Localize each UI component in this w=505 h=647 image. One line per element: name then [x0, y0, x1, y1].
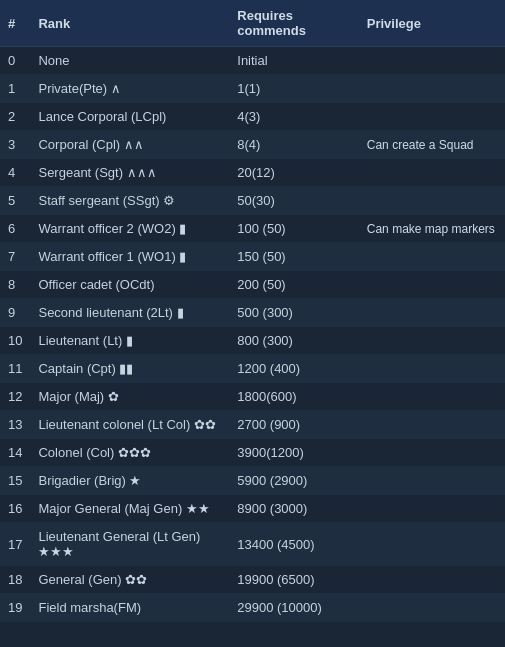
row-num: 18 — [0, 566, 30, 594]
table-row: 8Officer cadet (OCdt)200 (50) — [0, 271, 505, 299]
row-privilege — [359, 523, 505, 566]
row-privilege — [359, 594, 505, 622]
row-num: 12 — [0, 383, 30, 411]
row-rank: Staff sergeant (SSgt) ⚙ — [30, 187, 229, 215]
row-privilege — [359, 439, 505, 467]
row-privilege — [359, 271, 505, 299]
row-num: 11 — [0, 355, 30, 383]
table-row: 6Warrant officer 2 (WO2) ▮100 (50)Can ma… — [0, 215, 505, 243]
row-num: 4 — [0, 159, 30, 187]
table-row: 11Captain (Cpt) ▮▮1200 (400) — [0, 355, 505, 383]
row-commends: 3900(1200) — [229, 439, 359, 467]
header-commends: Requires commends — [229, 0, 359, 47]
row-rank: Second lieutenant (2Lt) ▮ — [30, 299, 229, 327]
row-privilege — [359, 383, 505, 411]
row-commends: 150 (50) — [229, 243, 359, 271]
row-commends: 29900 (10000) — [229, 594, 359, 622]
row-num: 17 — [0, 523, 30, 566]
row-commends: 1200 (400) — [229, 355, 359, 383]
row-num: 3 — [0, 131, 30, 159]
row-num: 16 — [0, 495, 30, 523]
row-commends: 20(12) — [229, 159, 359, 187]
row-num: 19 — [0, 594, 30, 622]
table-row: 9Second lieutenant (2Lt) ▮500 (300) — [0, 299, 505, 327]
row-commends: Initial — [229, 47, 359, 75]
header-num: # — [0, 0, 30, 47]
row-privilege — [359, 566, 505, 594]
row-rank: Major General (Maj Gen) ★★ — [30, 495, 229, 523]
row-num: 8 — [0, 271, 30, 299]
row-commends: 19900 (6500) — [229, 566, 359, 594]
row-num: 2 — [0, 103, 30, 131]
row-privilege — [359, 243, 505, 271]
table-row: 16Major General (Maj Gen) ★★8900 (3000) — [0, 495, 505, 523]
row-privilege: Can create a Squad — [359, 131, 505, 159]
table-row: 10Lieutenant (Lt) ▮800 (300) — [0, 327, 505, 355]
row-commends: 50(30) — [229, 187, 359, 215]
row-rank: General (Gen) ✿✿ — [30, 566, 229, 594]
row-rank: Warrant officer 1 (WO1) ▮ — [30, 243, 229, 271]
row-rank: Colonel (Col) ✿✿✿ — [30, 439, 229, 467]
row-rank: Field marsha(FM) — [30, 594, 229, 622]
row-commends: 1800(600) — [229, 383, 359, 411]
row-commends: 1(1) — [229, 75, 359, 103]
header-rank: Rank — [30, 0, 229, 47]
row-commends: 2700 (900) — [229, 411, 359, 439]
row-rank: Lieutenant General (Lt Gen) ★★★ — [30, 523, 229, 566]
table-row: 1Private(Pte) ∧1(1) — [0, 75, 505, 103]
ranks-table: # Rank Requires commends Privilege 0None… — [0, 0, 505, 622]
row-privilege — [359, 159, 505, 187]
row-num: 6 — [0, 215, 30, 243]
row-rank: Lieutenant colonel (Lt Col) ✿✿ — [30, 411, 229, 439]
row-commends: 5900 (2900) — [229, 467, 359, 495]
row-rank: Sergeant (Sgt) ∧∧∧ — [30, 159, 229, 187]
row-privilege — [359, 47, 505, 75]
row-num: 7 — [0, 243, 30, 271]
row-rank: Warrant officer 2 (WO2) ▮ — [30, 215, 229, 243]
row-privilege — [359, 187, 505, 215]
row-num: 10 — [0, 327, 30, 355]
row-privilege — [359, 103, 505, 131]
table-row: 3Corporal (Cpl) ∧∧8(4)Can create a Squad — [0, 131, 505, 159]
row-commends: 8900 (3000) — [229, 495, 359, 523]
table-row: 19Field marsha(FM)29900 (10000) — [0, 594, 505, 622]
row-privilege — [359, 327, 505, 355]
row-num: 9 — [0, 299, 30, 327]
row-privilege — [359, 495, 505, 523]
table-row: 7Warrant officer 1 (WO1) ▮150 (50) — [0, 243, 505, 271]
row-rank: Private(Pte) ∧ — [30, 75, 229, 103]
row-privilege: Can make map markers — [359, 215, 505, 243]
row-privilege — [359, 75, 505, 103]
table-row: 14Colonel (Col) ✿✿✿3900(1200) — [0, 439, 505, 467]
table-row: 17Lieutenant General (Lt Gen) ★★★13400 (… — [0, 523, 505, 566]
row-commends: 13400 (4500) — [229, 523, 359, 566]
row-privilege — [359, 355, 505, 383]
row-commends: 800 (300) — [229, 327, 359, 355]
row-num: 0 — [0, 47, 30, 75]
table-row: 18General (Gen) ✿✿19900 (6500) — [0, 566, 505, 594]
row-num: 15 — [0, 467, 30, 495]
row-rank: Officer cadet (OCdt) — [30, 271, 229, 299]
table-row: 0NoneInitial — [0, 47, 505, 75]
row-commends: 8(4) — [229, 131, 359, 159]
row-num: 5 — [0, 187, 30, 215]
table-row: 4Sergeant (Sgt) ∧∧∧20(12) — [0, 159, 505, 187]
row-commends: 200 (50) — [229, 271, 359, 299]
row-commends: 500 (300) — [229, 299, 359, 327]
table-row: 13Lieutenant colonel (Lt Col) ✿✿2700 (90… — [0, 411, 505, 439]
row-rank: Captain (Cpt) ▮▮ — [30, 355, 229, 383]
row-rank: Lieutenant (Lt) ▮ — [30, 327, 229, 355]
table-row: 15Brigadier (Brig) ★5900 (2900) — [0, 467, 505, 495]
row-commends: 4(3) — [229, 103, 359, 131]
row-rank: Major (Maj) ✿ — [30, 383, 229, 411]
row-rank: Lance Corporal (LCpl) — [30, 103, 229, 131]
row-num: 13 — [0, 411, 30, 439]
row-rank: Brigadier (Brig) ★ — [30, 467, 229, 495]
table-row: 5Staff sergeant (SSgt) ⚙50(30) — [0, 187, 505, 215]
table-row: 12Major (Maj) ✿1800(600) — [0, 383, 505, 411]
row-privilege — [359, 467, 505, 495]
header-privilege: Privilege — [359, 0, 505, 47]
row-num: 14 — [0, 439, 30, 467]
row-num: 1 — [0, 75, 30, 103]
row-rank: Corporal (Cpl) ∧∧ — [30, 131, 229, 159]
